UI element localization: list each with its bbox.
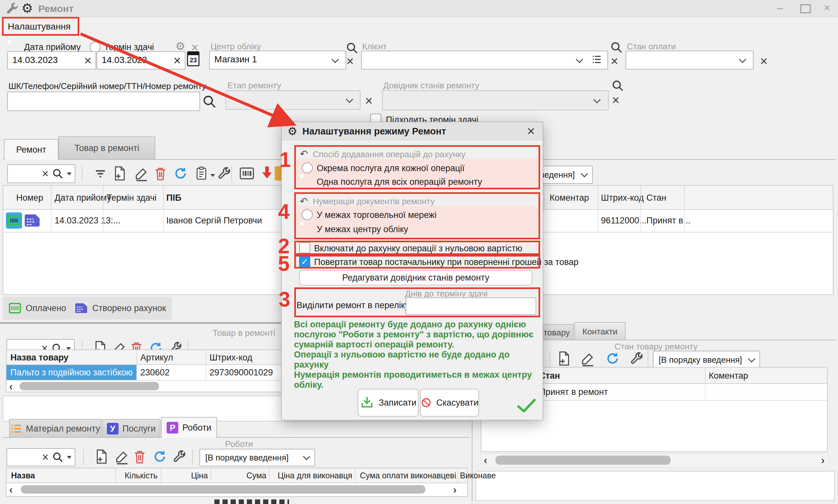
col-state[interactable]: Стан [646,193,666,203]
add-icon[interactable] [112,166,127,182]
filter-gear-icon[interactable]: ⚙ [175,40,185,53]
minimize-button[interactable]: – [777,2,783,13]
col-goods-sku[interactable]: Артикул [140,353,173,363]
wrench-icon[interactable] [217,166,231,182]
tab-services[interactable]: У Послуги [102,419,160,438]
edit-icon[interactable] [114,449,129,466]
col-term[interactable]: Термін здачі [107,193,157,203]
tab-repair[interactable]: Ремонт [4,139,58,160]
payment-search-icon[interactable] [610,41,623,55]
state-h-scrollbar[interactable]: ‹ › [481,453,828,468]
scroll-left-icon[interactable]: ‹ [9,485,13,494]
states-clear-icon[interactable]: × [612,93,619,107]
dialog-close-icon[interactable]: × [527,123,535,139]
edit-icon[interactable] [580,352,595,367]
center-select[interactable]: Магазин 1 [209,51,346,70]
calendar-icon[interactable]: 23 [187,51,199,66]
col-name[interactable]: ПІБ [166,193,181,203]
states-search-icon[interactable] [611,79,624,93]
edit-icon[interactable] [134,166,149,182]
stage-select[interactable] [226,90,360,110]
col-state-comment[interactable]: Коментар [709,371,748,381]
col-works-executor[interactable]: Виконаве [460,471,496,480]
scroll-left-icon[interactable]: ‹ [484,455,487,465]
filter-icon[interactable] [93,167,107,182]
date-from-input[interactable]: 14.03.2023 × [7,51,96,70]
edit-states-button[interactable]: Редагувати довідник станів ремонту [299,270,532,285]
wrench-app-icon [5,2,19,17]
list-icon[interactable] [591,55,602,66]
col-barcode[interactable]: Штрих-код [601,193,644,203]
date-to-clear-icon[interactable]: × [174,54,181,67]
payment-state-select[interactable] [626,51,753,70]
col-goods-barcode[interactable]: Штрих-код [210,353,252,363]
code-search-icon[interactable] [202,94,217,110]
tab-contacts[interactable]: Контакти [574,322,626,340]
tab-works[interactable]: Р Роботи [161,417,217,438]
col-works-name[interactable]: Назва [11,471,35,480]
clipboard-icon[interactable] [194,166,209,182]
table-row[interactable]: Пальто з подвійною застібкою Ж чо... 230… [6,365,285,381]
download-arrow-icon[interactable] [260,165,274,182]
search-clear-icon[interactable]: × [42,167,49,180]
refresh-icon[interactable] [174,166,188,182]
refresh-icon[interactable] [605,352,620,367]
tab-goods-state[interactable]: товару [540,324,574,340]
stage-clear-icon[interactable]: × [365,94,373,107]
payment-clear-icon[interactable]: × [760,55,768,68]
scroll-right-icon[interactable]: › [453,485,457,494]
date-to-input[interactable]: 14.03.2023 × [96,51,185,70]
center-clear-icon[interactable]: × [346,55,354,68]
col-works-qty[interactable]: Кількість [119,471,158,480]
window-title: Ремонт [38,3,74,14]
cell-goods-sku: 230602 [140,367,170,378]
dialog-titlebar[interactable]: ⚙ Налаштування режиму Ремонт × [282,122,543,140]
refresh-icon[interactable] [153,449,167,465]
cancel-button[interactable]: Скасувати [420,389,479,417]
col-works-sum[interactable]: Сума [240,471,266,480]
add-icon[interactable] [557,351,572,367]
scrollbar-thumb[interactable] [495,456,671,465]
code-search-input[interactable] [7,92,200,111]
works-h-scrollbar[interactable]: ‹ › [6,483,467,497]
scrollbar-thumb[interactable] [19,382,159,390]
valid-check-icon [516,398,537,414]
goods-h-scrollbar[interactable]: ‹ [6,381,285,392]
scroll-right-icon[interactable]: › [821,455,825,465]
col-works-price-exec[interactable]: Ціна для виконавця [278,471,352,480]
search-options-caret[interactable] [67,173,71,175]
col-works-sum-exec[interactable]: Сума оплати виконавцеві [360,471,456,480]
wrench-icon[interactable] [629,352,644,367]
delete-icon[interactable] [132,449,147,466]
scrollbar-thumb[interactable] [21,485,426,493]
cancel-icon [421,396,432,410]
save-button[interactable]: Записати [358,389,419,417]
delete-icon[interactable] [153,166,167,182]
col-goods-name[interactable]: Назва товару [11,353,69,363]
search-options-caret[interactable] [67,456,71,459]
tab-goods-in-repair[interactable]: Товар в ремонті [58,137,155,159]
center-label: Центр обліку [211,41,261,52]
date-from-clear-icon[interactable]: × [84,54,92,67]
col-works-price[interactable]: Ціна [189,471,208,480]
col-number[interactable]: Номер [16,193,43,203]
state-sort-select[interactable]: [В порядку введення] [653,351,760,369]
add-icon[interactable] [94,449,109,466]
close-button[interactable]: × [824,2,830,13]
works-sort-select[interactable]: [В порядку введення] [199,449,315,466]
wrench-icon[interactable] [172,449,186,465]
radio-due-date[interactable] [90,41,101,53]
col-comment[interactable]: Коментар [550,193,589,203]
client-select[interactable] [361,51,608,70]
maximize-button[interactable] [800,4,811,13]
clipboard-caret[interactable] [211,174,215,177]
main-search-box[interactable]: × [7,164,75,183]
tab-repair-material[interactable]: Матеріал ремонту [9,419,101,438]
state-empty-area [476,471,835,501]
client-clear-icon[interactable]: × [611,55,618,68]
search-clear-icon[interactable]: × [42,451,49,464]
states-dict-select[interactable] [382,90,609,110]
scroll-left-icon[interactable]: ‹ [9,381,13,391]
works-search-box[interactable]: × [6,448,75,466]
barcode-icon[interactable] [239,166,255,182]
